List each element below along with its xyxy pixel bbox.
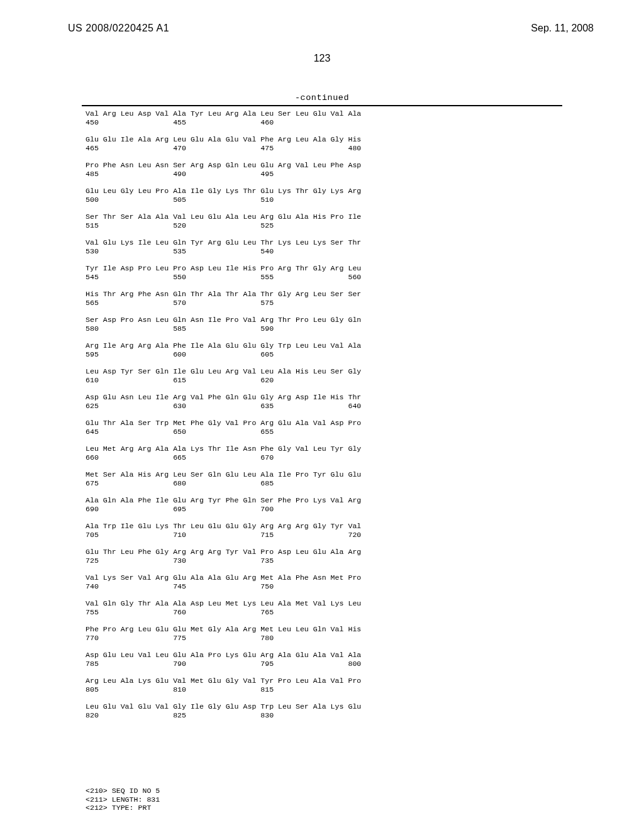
page-number: 123	[0, 53, 644, 64]
continued-section: -continued	[82, 93, 562, 106]
sequence-listing: Val Arg Leu Asp Val Ala Tyr Leu Arg Ala …	[86, 109, 361, 720]
section-rule	[82, 105, 562, 106]
page-root: US 2008/0220425 A1 Sep. 11, 2008 123 -co…	[0, 0, 644, 830]
publication-number: US 2008/0220425 A1	[68, 23, 169, 34]
publication-date: Sep. 11, 2008	[531, 23, 594, 34]
sequence-metadata: <210> SEQ ID NO 5 <211> LENGTH: 831 <212…	[86, 787, 160, 812]
continued-label: -continued	[82, 93, 562, 102]
